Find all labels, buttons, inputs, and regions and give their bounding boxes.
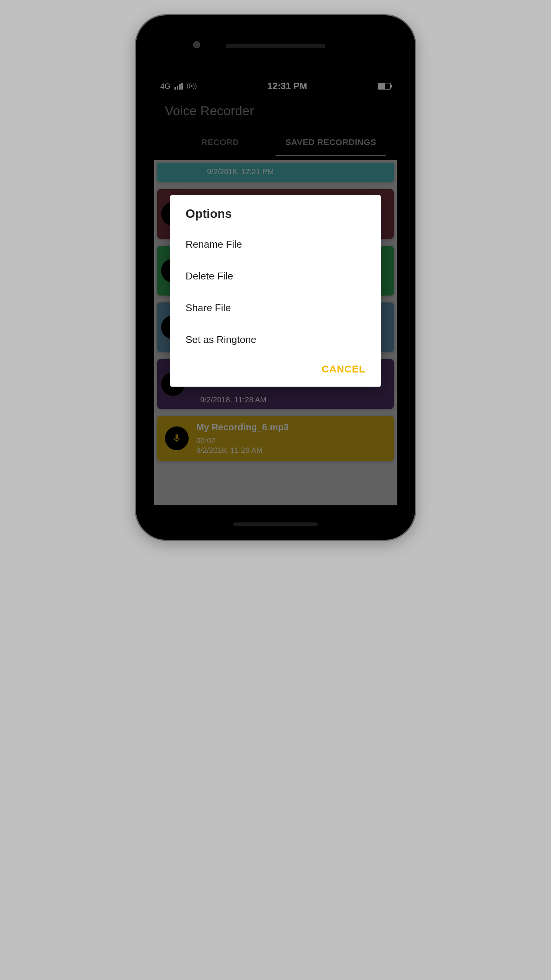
dialog-title: Options: [170, 207, 381, 229]
modal-overlay[interactable]: Options Rename File Delete File Share Fi…: [154, 77, 397, 505]
options-dialog: Options Rename File Delete File Share Fi…: [170, 195, 381, 387]
bottom-speaker: [233, 523, 318, 526]
earpiece-speaker: [226, 44, 325, 48]
option-set-ringtone[interactable]: Set as Ringtone: [170, 324, 381, 356]
cancel-button[interactable]: CANCEL: [322, 363, 365, 375]
screen: 4G ((•)) 12:31 PM Voice Recorder RECORD …: [154, 77, 397, 505]
dialog-footer: CANCEL: [170, 356, 381, 379]
phone-inner: 4G ((•)) 12:31 PM Voice Recorder RECORD …: [143, 23, 408, 532]
option-delete-file[interactable]: Delete File: [170, 260, 381, 292]
front-camera: [193, 41, 200, 48]
phone-frame: 4G ((•)) 12:31 PM Voice Recorder RECORD …: [136, 15, 415, 540]
phone-top-bezel: [143, 23, 408, 69]
option-rename-file[interactable]: Rename File: [170, 229, 381, 260]
option-share-file[interactable]: Share File: [170, 292, 381, 324]
